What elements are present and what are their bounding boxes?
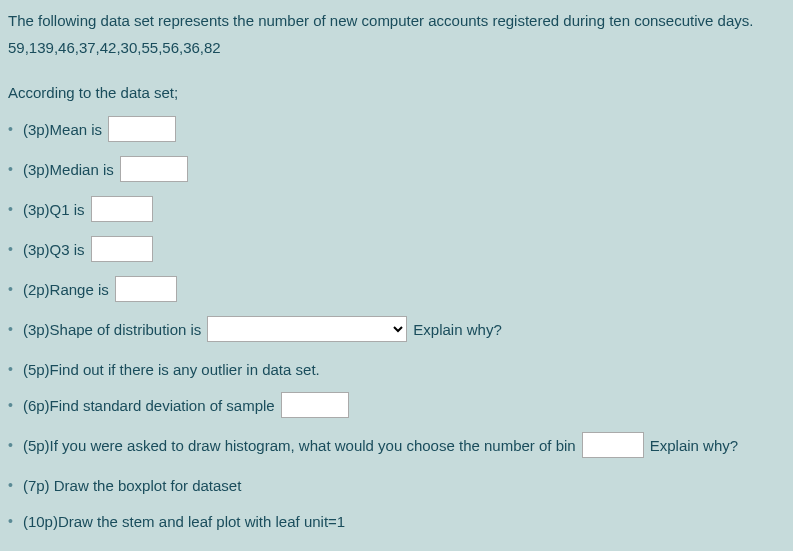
bullet-icon: •	[8, 242, 13, 256]
range-label: (2p)Range is	[23, 281, 109, 298]
item-range: • (2p)Range is	[8, 275, 785, 303]
bullet-icon: •	[8, 514, 13, 528]
shape-label: (3p)Shape of distribution is	[23, 321, 201, 338]
mean-label: (3p)Mean is	[23, 121, 102, 138]
intro-text: The following data set represents the nu…	[8, 10, 785, 31]
bullet-icon: •	[8, 162, 13, 176]
item-shape: • (3p)Shape of distribution is Explain w…	[8, 315, 785, 343]
bullet-icon: •	[8, 438, 13, 452]
shape-explain-label: Explain why?	[413, 321, 501, 338]
item-q3: • (3p)Q3 is	[8, 235, 785, 263]
stemleaf-label: (10p)Draw the stem and leaf plot with le…	[23, 513, 345, 530]
shape-select[interactable]	[207, 316, 407, 342]
histogram-explain-label: Explain why?	[650, 437, 738, 454]
median-label: (3p)Median is	[23, 161, 114, 178]
histogram-input[interactable]	[582, 432, 644, 458]
boxplot-label: (7p) Draw the boxplot for dataset	[23, 477, 241, 494]
q3-input[interactable]	[91, 236, 153, 262]
item-q1: • (3p)Q1 is	[8, 195, 785, 223]
bullet-icon: •	[8, 398, 13, 412]
stddev-label: (6p)Find standard deviation of sample	[23, 397, 275, 414]
data-values: 59,139,46,37,42,30,55,56,36,82	[8, 39, 785, 56]
q3-label: (3p)Q3 is	[23, 241, 85, 258]
median-input[interactable]	[120, 156, 188, 182]
q1-label: (3p)Q1 is	[23, 201, 85, 218]
q1-input[interactable]	[91, 196, 153, 222]
item-median: • (3p)Median is	[8, 155, 785, 183]
bullet-icon: •	[8, 202, 13, 216]
prompt-text: According to the data set;	[8, 84, 785, 101]
mean-input[interactable]	[108, 116, 176, 142]
range-input[interactable]	[115, 276, 177, 302]
bullet-icon: •	[8, 122, 13, 136]
bullet-icon: •	[8, 282, 13, 296]
item-stemleaf: • (10p)Draw the stem and leaf plot with …	[8, 507, 785, 535]
question-list: • (3p)Mean is • (3p)Median is • (3p)Q1 i…	[8, 115, 785, 535]
stddev-input[interactable]	[281, 392, 349, 418]
item-boxplot: • (7p) Draw the boxplot for dataset	[8, 471, 785, 499]
outlier-label: (5p)Find out if there is any outlier in …	[23, 361, 320, 378]
histogram-label: (5p)If you were asked to draw histogram,…	[23, 437, 576, 454]
item-histogram: • (5p)If you were asked to draw histogra…	[8, 431, 785, 459]
bullet-icon: •	[8, 362, 13, 376]
bullet-icon: •	[8, 478, 13, 492]
bullet-icon: •	[8, 322, 13, 336]
item-stddev: • (6p)Find standard deviation of sample	[8, 391, 785, 419]
item-outlier: • (5p)Find out if there is any outlier i…	[8, 355, 785, 383]
item-mean: • (3p)Mean is	[8, 115, 785, 143]
